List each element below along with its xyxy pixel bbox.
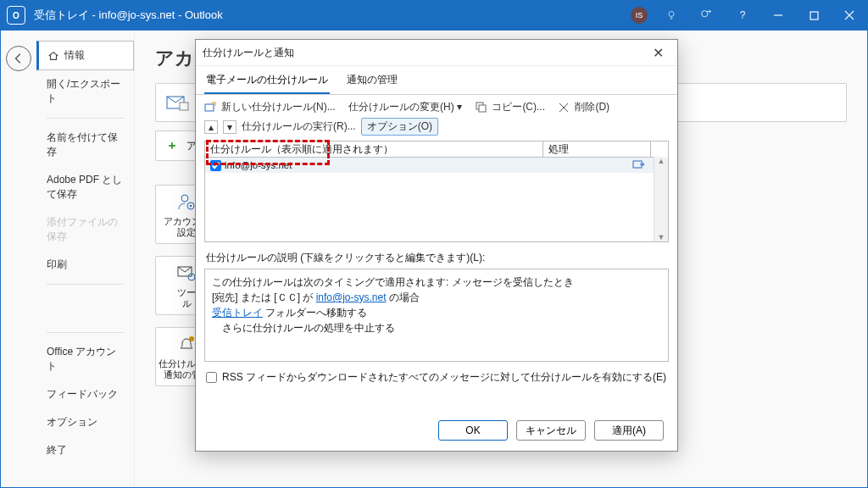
explain-line4: さらに仕分けルールの処理を中止する (212, 320, 661, 336)
window-minimize-icon[interactable] (766, 3, 790, 27)
rss-rules-checkbox[interactable] (206, 372, 217, 383)
sidenav-office-account[interactable]: Office アカウント (36, 338, 134, 380)
svg-rect-2 (810, 12, 818, 19)
sidenav-options[interactable]: オプション (36, 408, 134, 436)
sidenav-save-as[interactable]: 名前を付けて保存 (36, 124, 134, 166)
explain-recipient-link[interactable]: info@jo-sys.net (316, 291, 387, 303)
svg-point-0 (669, 12, 674, 17)
rules-header-spacer (650, 141, 668, 157)
back-button[interactable] (6, 46, 31, 71)
window-title: 受信トレイ - info@jo-sys.net - Outlook (34, 8, 631, 23)
tab-manage-alerts[interactable]: 通知の管理 (345, 69, 399, 94)
svg-rect-11 (205, 104, 214, 111)
sidenav-print[interactable]: 印刷 (36, 251, 134, 279)
dialog-close-button[interactable]: ✕ (645, 45, 670, 61)
outlook-title-bar: O 受信トレイ - info@jo-sys.net - Outlook IS ? (0, 0, 868, 30)
rule-options-button[interactable]: オプション(O) (361, 118, 438, 136)
rules-list: 仕分けルール（表示順に適用されます） 処理 info@jo-sys.net ▲▼ (204, 141, 669, 242)
explain-line3-post: フォルダーへ移動する (263, 307, 367, 319)
rule-description-label: 仕分けルールの説明 (下線をクリックすると編集できます)(L): (206, 251, 667, 265)
outlook-app-icon: O (7, 6, 25, 25)
svg-point-10 (189, 336, 194, 341)
sidenav-feedback[interactable]: フィードバック (36, 380, 134, 408)
change-rule-button[interactable]: 仕分けルールの変更(H) ▾ (348, 100, 462, 114)
rule-enabled-checkbox[interactable] (210, 160, 221, 171)
ok-button[interactable]: OK (438, 420, 508, 441)
svg-rect-4 (180, 103, 188, 110)
coming-soon-icon[interactable] (695, 3, 719, 27)
sidenav-info[interactable]: 情報 (36, 41, 134, 70)
svg-point-1 (702, 11, 708, 17)
move-up-icon[interactable]: ▴ (204, 120, 218, 134)
svg-rect-13 (479, 105, 486, 112)
plus-icon: ＋ (166, 138, 178, 153)
rss-rules-label: RSS フィードからダウンロードされたすべてのメッセージに対して仕分けルールを有… (222, 370, 666, 385)
svg-point-7 (190, 205, 192, 207)
help-lightbulb-icon[interactable] (659, 3, 683, 27)
dialog-title: 仕分けルールと通知 (203, 46, 294, 60)
move-down-icon[interactable]: ▾ (223, 120, 236, 134)
sidenav-open-export[interactable]: 開く/エクスポート (36, 70, 134, 113)
explain-folder-link[interactable]: 受信トレイ (212, 307, 263, 319)
apply-button[interactable]: 適用(A) (594, 420, 664, 441)
rules-header-name: 仕分けルール（表示順に適用されます） (205, 143, 542, 156)
explain-line2-post: の場合 (387, 291, 420, 303)
window-close-icon[interactable] (837, 3, 861, 27)
run-rules-button[interactable]: 仕分けルールの実行(R)... (242, 119, 356, 134)
rules-header-action: 処理 (542, 141, 650, 157)
delete-icon (558, 102, 570, 114)
rules-and-alerts-dialog: 仕分けルールと通知 ✕ 電子メールの仕分けルール 通知の管理 新しい仕分けルール… (195, 39, 678, 452)
backstage-sidenav: 情報 開く/エクスポート 名前を付けて保存 Adobe PDF として保存 添付… (36, 30, 135, 487)
cancel-button[interactable]: キャンセル (516, 420, 586, 441)
user-avatar[interactable]: IS (631, 7, 648, 24)
sidenav-save-attachments: 添付ファイルの保存 (36, 208, 134, 251)
svg-point-5 (181, 195, 188, 202)
rule-name: info@jo-sys.net (225, 160, 292, 170)
move-to-folder-icon (632, 159, 646, 171)
copy-icon (475, 102, 487, 114)
tools-label: ツー ル (177, 287, 196, 309)
rule-row[interactable]: info@jo-sys.net (205, 158, 668, 173)
new-rule-button[interactable]: 新しい仕分けルール(N)... (221, 100, 336, 114)
rules-scrollbar[interactable]: ▲▼ (654, 157, 668, 241)
new-rule-icon (204, 102, 216, 114)
tab-email-rules[interactable]: 電子メールの仕分けルール (204, 69, 330, 94)
copy-rule-button[interactable]: コピー(C)... (492, 100, 545, 114)
sidenav-save-as-pdf[interactable]: Adobe PDF として保存 (36, 166, 134, 208)
sidenav-info-label: 情報 (64, 48, 85, 63)
explain-line1: この仕分けルールは次のタイミングで適用されます: メッセージを受信したとき (212, 274, 661, 290)
window-maximize-icon[interactable] (802, 3, 826, 27)
sidenav-exit[interactable]: 終了 (36, 436, 134, 464)
explain-line2-pre: [宛先] または [ＣＣ] が (212, 291, 316, 303)
rule-description-box: この仕分けルールは次のタイミングで適用されます: メッセージを受信したとき [宛… (204, 269, 669, 362)
help-icon[interactable]: ? (731, 3, 754, 27)
delete-rule-button[interactable]: 削除(D) (575, 100, 609, 114)
